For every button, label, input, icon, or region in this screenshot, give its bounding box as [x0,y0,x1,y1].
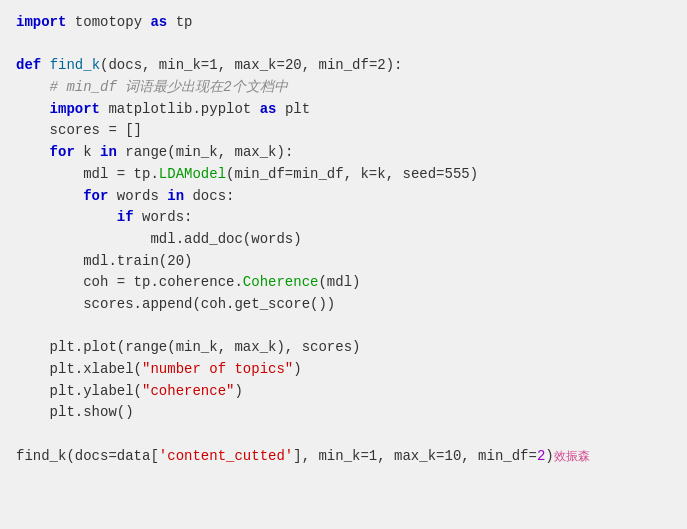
code-line-19: plt.show() [16,402,671,424]
code-line-18: plt.ylabel("coherence") [16,381,671,403]
code-line-3: def find_k(docs, min_k=1, max_k=20, min_… [16,55,671,77]
code-line-blank-2 [16,316,671,338]
code-line-17: plt.xlabel("number of topics") [16,359,671,381]
code-line-13: coh = tp.coherence.Coherence(mdl) [16,272,671,294]
code-line-6: scores = [] [16,120,671,142]
code-line-11: mdl.add_doc(words) [16,229,671,251]
code-line-5: import matplotlib.pyplot as plt [16,99,671,121]
code-line-10: if words: [16,207,671,229]
code-line-blank-1 [16,34,671,56]
code-line-14: scores.append(coh.get_score()) [16,294,671,316]
code-editor: import tomotopy as tp def find_k(docs, m… [0,0,687,529]
code-line-9: for words in docs: [16,186,671,208]
code-line-8: mdl = tp.LDAModel(min_df=min_df, k=k, se… [16,164,671,186]
code-line-16: plt.plot(range(min_k, max_k), scores) [16,337,671,359]
code-line-blank-3 [16,424,671,446]
code-line-4: # min_df 词语最少出现在2个文档中 [16,77,671,99]
code-line-7: for k in range(min_k, max_k): [16,142,671,164]
code-line-1: import tomotopy as tp [16,12,671,34]
code-line-21: find_k(docs=data['content_cutted'], min_… [16,446,671,468]
code-line-12: mdl.train(20) [16,251,671,273]
